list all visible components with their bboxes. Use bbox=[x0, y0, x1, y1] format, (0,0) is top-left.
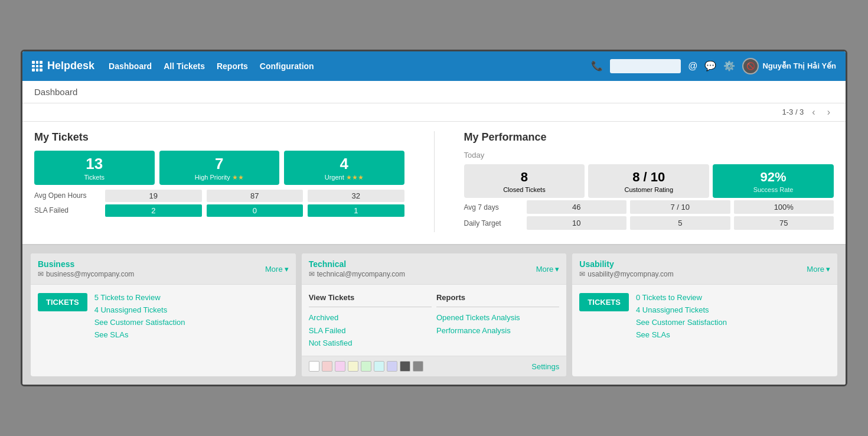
success-rate-num: 92% bbox=[716, 170, 830, 184]
business-link-3[interactable]: See SLAs bbox=[94, 330, 185, 339]
business-link-2[interactable]: See Customer Satisfaction bbox=[94, 318, 185, 327]
technical-view-link-0[interactable]: Archived bbox=[309, 313, 339, 322]
business-name: Business bbox=[38, 259, 134, 269]
swatch-1[interactable] bbox=[322, 361, 332, 372]
search-bar[interactable] bbox=[610, 59, 681, 73]
view-tickets-col: View Tickets Archived SLA Failed Not Sat… bbox=[309, 293, 432, 347]
swatch-0[interactable] bbox=[309, 361, 319, 372]
business-more-btn[interactable]: More ▾ bbox=[265, 265, 289, 274]
technical-more-btn[interactable]: More ▾ bbox=[536, 265, 560, 274]
reports-col: Reports Opened Tickets Analysis Performa… bbox=[436, 293, 559, 347]
navbar: Helpdesk Dashboard All Tickets Reports C… bbox=[22, 51, 846, 81]
teams-section: Business ✉ business@mycompany.com More ▾… bbox=[22, 245, 846, 385]
avg-val-2: 32 bbox=[308, 190, 404, 202]
tickets-label: Tickets bbox=[38, 174, 151, 181]
swatch-7[interactable] bbox=[400, 361, 410, 372]
sla-val-1: 0 bbox=[207, 204, 304, 217]
daily-target-val-2: 75 bbox=[734, 216, 834, 230]
email-icon-technical: ✉ bbox=[309, 270, 315, 278]
metric-tickets[interactable]: 13 Tickets bbox=[34, 151, 155, 185]
technical-report-link-0[interactable]: Opened Tickets Analysis bbox=[436, 313, 520, 322]
swatch-4[interactable] bbox=[361, 361, 371, 372]
usability-link-3[interactable]: See SLAs bbox=[636, 330, 727, 339]
nav-all-tickets[interactable]: All Tickets bbox=[164, 61, 205, 71]
reports-title: Reports bbox=[436, 293, 559, 302]
usability-more-btn[interactable]: More ▾ bbox=[807, 265, 830, 274]
closed-tickets-label: Closed Tickets bbox=[468, 186, 582, 193]
sub-metrics: Avg Open Hours 19 87 32 SLA Failed 2 0 1 bbox=[34, 190, 404, 217]
technical-view-link-1[interactable]: SLA Failed bbox=[309, 326, 432, 335]
my-performance: My Performance Today 8 Closed Tickets 8 … bbox=[464, 131, 834, 232]
phone-icon[interactable]: 📞 bbox=[591, 60, 603, 71]
color-swatches bbox=[309, 361, 423, 372]
pagination-text: 1-3 / 3 bbox=[782, 108, 804, 116]
my-performance-title: My Performance bbox=[464, 131, 834, 144]
nav-links: Dashboard All Tickets Reports Configurat… bbox=[109, 61, 591, 71]
avg-val-1: 87 bbox=[207, 190, 304, 202]
settings-link[interactable]: Settings bbox=[531, 362, 559, 371]
tech-footer: Settings bbox=[302, 356, 567, 376]
chat-icon[interactable]: 💬 bbox=[704, 60, 716, 71]
swatch-2[interactable] bbox=[335, 361, 345, 372]
business-link-1[interactable]: 4 Unassigned Tickets bbox=[94, 305, 185, 314]
sla-val-2: 1 bbox=[308, 204, 404, 217]
perf-success-rate[interactable]: 92% Success Rate bbox=[713, 164, 834, 198]
user-badge[interactable]: 🚫 Nguyễn Thị Hải Yến bbox=[742, 58, 836, 74]
next-page-button[interactable]: › bbox=[824, 106, 834, 119]
business-links: 5 Tickets to Review 4 Unassigned Tickets… bbox=[94, 293, 185, 339]
chevron-down-icon-usability: ▾ bbox=[826, 265, 830, 274]
brand-name: Helpdesk bbox=[47, 60, 94, 72]
metric-urgent[interactable]: 4 Urgent ★★★ bbox=[284, 151, 404, 185]
urgent-label: Urgent ★★★ bbox=[288, 174, 401, 181]
view-tickets-title: View Tickets bbox=[309, 293, 432, 302]
business-link-0[interactable]: 5 Tickets to Review bbox=[94, 293, 185, 302]
usability-email: ✉ usability@mycompnay.com bbox=[579, 270, 673, 278]
usability-link-1[interactable]: 4 Unassigned Tickets bbox=[636, 305, 727, 314]
business-email: ✉ business@mycompany.com bbox=[38, 270, 134, 278]
daily-target-row: Daily Target 10 5 75 bbox=[464, 216, 834, 230]
nav-reports[interactable]: Reports bbox=[217, 61, 248, 71]
technical-view-link-2[interactable]: Not Satisfied bbox=[309, 339, 432, 347]
nav-configuration[interactable]: Configuration bbox=[260, 61, 314, 71]
usability-name: Usability bbox=[579, 259, 673, 269]
at-icon[interactable]: @ bbox=[688, 61, 697, 71]
perf-today: Today bbox=[464, 151, 834, 160]
team-usability: Usability ✉ usability@mycompnay.com More… bbox=[572, 253, 837, 376]
tools-icon[interactable]: ⚙️ bbox=[723, 60, 735, 71]
perf-closed-tickets[interactable]: 8 Closed Tickets bbox=[464, 164, 585, 198]
daily-target-val-1: 5 bbox=[630, 216, 730, 230]
usability-tickets-button[interactable]: TICKETS bbox=[579, 293, 629, 311]
email-icon-usability: ✉ bbox=[579, 270, 585, 278]
nav-dashboard[interactable]: Dashboard bbox=[109, 61, 152, 71]
breadcrumb: Dashboard bbox=[22, 81, 846, 103]
swatch-3[interactable] bbox=[348, 361, 358, 372]
swatch-8[interactable] bbox=[413, 361, 423, 372]
divider-v bbox=[434, 131, 435, 232]
perf-customer-rating[interactable]: 8 / 10 Customer Rating bbox=[588, 164, 709, 198]
avg-7days-val-0: 46 bbox=[527, 200, 627, 214]
avg-open-hours-label: Avg Open Hours bbox=[34, 191, 105, 200]
business-tickets-button[interactable]: TICKETS bbox=[38, 293, 87, 311]
usability-link-2[interactable]: See Customer Satisfaction bbox=[636, 318, 727, 327]
sla-failed-vals: 2 0 1 bbox=[105, 204, 404, 217]
technical-report-link-1[interactable]: Performance Analysis bbox=[436, 326, 559, 335]
nav-right: 📞 @ 💬 ⚙️ 🚫 Nguyễn Thị Hải Yến bbox=[591, 58, 836, 74]
usability-link-0[interactable]: 0 Tickets to Review bbox=[636, 293, 727, 302]
team-business: Business ✉ business@mycompany.com More ▾… bbox=[31, 253, 296, 376]
user-name: Nguyễn Thị Hải Yến bbox=[762, 61, 836, 70]
technical-name: Technical bbox=[309, 259, 405, 269]
pagination-bar: 1-3 / 3 ‹ › bbox=[22, 103, 846, 122]
team-technical-body: View Tickets Archived SLA Failed Not Sat… bbox=[302, 285, 567, 356]
usability-links: 0 Tickets to Review 4 Unassigned Tickets… bbox=[636, 293, 727, 339]
avg-7days-val-1: 7 / 10 bbox=[630, 200, 730, 214]
brand[interactable]: Helpdesk bbox=[32, 60, 94, 72]
customer-rating-num: 8 / 10 bbox=[592, 170, 706, 184]
swatch-5[interactable] bbox=[374, 361, 384, 372]
sla-failed-row: SLA Failed 2 0 1 bbox=[34, 204, 404, 217]
swatch-6[interactable] bbox=[387, 361, 397, 372]
prev-page-button[interactable]: ‹ bbox=[808, 106, 818, 119]
urgent-stars: ★★★ bbox=[346, 174, 364, 181]
customer-rating-label: Customer Rating bbox=[592, 186, 706, 193]
team-technical-info: Technical ✉ technical@mycompany.com bbox=[309, 259, 405, 278]
metric-high-priority[interactable]: 7 High Priority ★★ bbox=[159, 151, 280, 185]
